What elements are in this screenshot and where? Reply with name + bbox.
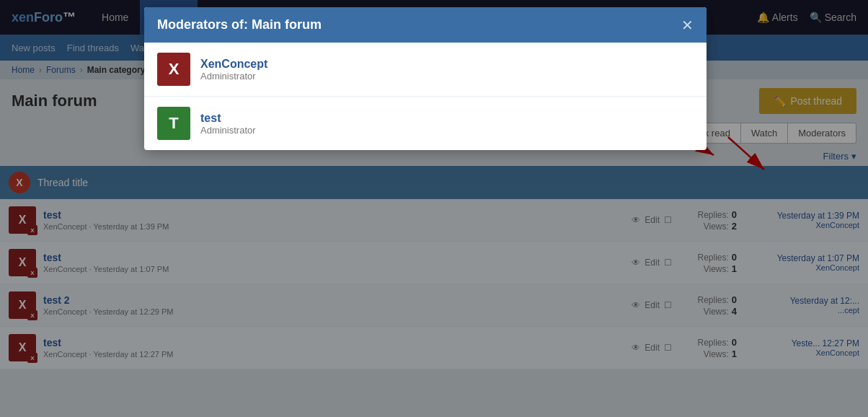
moderator-role: Administrator xyxy=(200,71,267,82)
moderator-name-link[interactable]: XenConcept xyxy=(200,58,267,71)
modal-header: Moderators of: Main forum ✕ xyxy=(144,7,707,43)
moderator-name-link[interactable]: test xyxy=(200,112,256,125)
list-item: T test Administrator xyxy=(144,97,707,150)
modal-title: Moderators of: Main forum xyxy=(157,17,322,32)
moderator-role: Administrator xyxy=(200,125,256,136)
modal-close-button[interactable]: ✕ xyxy=(681,18,694,32)
avatar: X xyxy=(157,53,190,86)
moderators-modal: Moderators of: Main forum ✕ X XenConcept… xyxy=(144,7,707,150)
modal-body: X XenConcept Administrator T test Admini… xyxy=(144,43,707,150)
list-item: X XenConcept Administrator xyxy=(144,43,707,97)
moderator-info: test Administrator xyxy=(200,112,256,136)
avatar: T xyxy=(157,107,190,140)
moderator-info: XenConcept Administrator xyxy=(200,58,267,82)
modal-overlay[interactable]: Moderators of: Main forum ✕ X XenConcept… xyxy=(0,0,868,369)
